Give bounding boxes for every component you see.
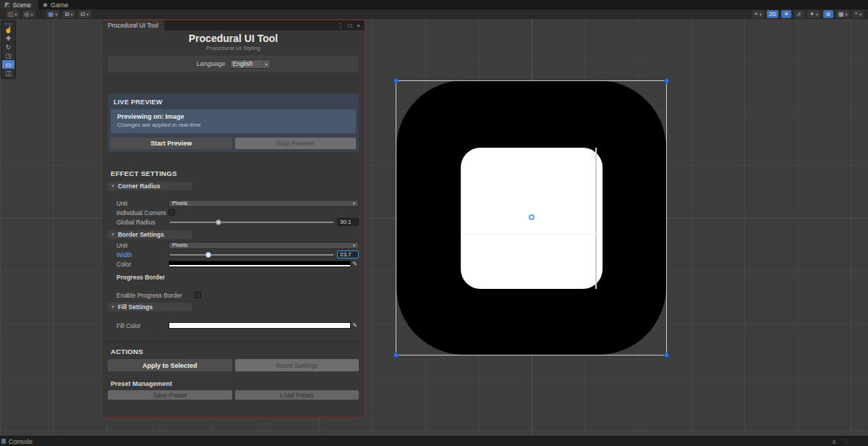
chevron-down-icon: ▾: [816, 12, 818, 17]
panel-tab[interactable]: Procedural UI Tool: [102, 20, 164, 30]
selection-handle-top-right[interactable]: [664, 78, 669, 83]
enable-progress-border-checkbox[interactable]: [195, 292, 201, 298]
apply-to-selected-button[interactable]: Apply to Selected: [108, 359, 232, 371]
stop-preview-button[interactable]: Stop Preview: [235, 138, 357, 149]
rotate-tool-button[interactable]: ↻: [2, 43, 14, 51]
rotate-icon: ↻: [6, 43, 12, 51]
fill-color-row: Fill Color ✎: [116, 321, 359, 329]
foldout-triangle-icon: ▼: [111, 184, 115, 188]
lighting-toggle-button[interactable]: ☀: [781, 10, 791, 18]
scene-toolbar-left: ◱ ▾ ◎ ▾ ▦ ▾ ⊞ ▾ ⊟ ▾: [0, 10, 91, 18]
snap-settings-icon: ⊞: [64, 11, 69, 17]
progress-border-label: Progress Border: [116, 274, 365, 281]
gizmos-icon: ⌖: [854, 10, 858, 17]
border-color-label: Color: [116, 261, 169, 268]
scale-tool-button[interactable]: ◳: [2, 51, 14, 60]
shading-mode-icon: ◓: [754, 11, 758, 17]
reset-settings-button[interactable]: Reset Settings: [235, 359, 359, 371]
border-width-slider[interactable]: [169, 251, 335, 258]
border-color-swatch[interactable]: [169, 261, 351, 267]
snap-increment-button[interactable]: ⊟ ▾: [78, 10, 91, 18]
status-bar: Console a ⋮: [0, 436, 868, 446]
actions-header: ACTIONS: [111, 348, 365, 355]
live-preview-infobox: Previewing on: Image Changes are applied…: [111, 109, 356, 133]
selection-handle-bottom-right[interactable]: [664, 353, 669, 358]
page-subtitle: Procedural UI Styling: [102, 45, 365, 51]
eyedropper-icon[interactable]: ✎: [351, 322, 359, 329]
tool-handle-position-button[interactable]: ◱ ▾: [6, 10, 20, 18]
panel-window-controls: ⋮ □ ×: [337, 20, 365, 30]
shading-mode-button[interactable]: ◓ ▾: [752, 10, 764, 18]
grid-center-vline-top: [532, 19, 532, 80]
global-radius-value-field[interactable]: 30.1: [337, 218, 359, 226]
transform-tool-button[interactable]: ◫: [2, 69, 14, 77]
snap-increment-icon: ⊟: [80, 11, 85, 17]
effects-icon: ✦: [809, 11, 814, 17]
corner-radius-foldout[interactable]: ▼ Corner Radius: [108, 182, 192, 190]
slider-knob[interactable]: [205, 252, 211, 258]
close-icon[interactable]: ×: [357, 22, 360, 29]
2d-toggle-button[interactable]: 2D: [767, 10, 778, 18]
move-tool-button[interactable]: ✚: [2, 34, 14, 43]
grid-snapping-button[interactable]: ▦ ▾: [46, 10, 60, 18]
selection-handle-bottom-left[interactable]: [393, 353, 399, 358]
border-width-value-field[interactable]: 23.7: [337, 251, 359, 258]
unit-dropdown[interactable]: Pixels ▾: [169, 200, 359, 207]
global-radius-slider[interactable]: [169, 218, 335, 226]
chevron-down-icon: ▾: [353, 201, 355, 206]
selection-handle-top-left[interactable]: [393, 78, 399, 83]
slider-track: [170, 222, 333, 223]
audio-toggle-button[interactable]: ♬: [794, 10, 804, 18]
slider-knob[interactable]: [216, 219, 221, 225]
eyedropper-icon[interactable]: ✎: [351, 261, 359, 267]
status-bar-right: a ⋮: [833, 438, 868, 445]
effect-settings-header: EFFECT SETTINGS: [111, 169, 365, 177]
tool-handle-rotation-button[interactable]: ◎ ▾: [22, 10, 35, 18]
language-dropdown[interactable]: English ▾: [230, 59, 271, 69]
audio-icon: ♬: [796, 11, 802, 17]
console-tab[interactable]: Console: [9, 438, 33, 445]
chevron-down-icon: ▾: [263, 62, 268, 67]
chevron-down-icon: ▾: [353, 243, 355, 248]
border-unit-dropdown[interactable]: Pixels ▾: [169, 242, 359, 249]
hand-icon: ☝: [4, 26, 12, 33]
effects-toggle-button[interactable]: ✦ ▾: [807, 10, 820, 18]
fill-settings-foldout[interactable]: ▼ Fill Settings: [108, 303, 192, 311]
game-icon: ◉: [43, 1, 48, 8]
individual-corners-checkbox[interactable]: [169, 209, 175, 216]
fill-color-swatch[interactable]: [169, 322, 351, 329]
maximize-icon[interactable]: □: [348, 22, 352, 29]
rect-tool-button[interactable]: ▭: [2, 60, 14, 69]
unit-row: Unit Pixels ▾: [116, 199, 359, 207]
unit-value: Pixels: [172, 200, 187, 206]
chevron-down-icon: ▾: [55, 12, 57, 17]
corner-radius-rows: Unit Pixels ▾ Individual Corners Global …: [102, 199, 365, 226]
transform-icon: ◫: [5, 70, 12, 77]
scene-toolbar: ◱ ▾ ◎ ▾ ▦ ▾ ⊞ ▾ ⊟ ▾ ◓ ▾: [0, 9, 868, 19]
save-preset-button[interactable]: Save Preset: [108, 390, 232, 400]
hidden-objects-toggle-button[interactable]: ⊘: [823, 10, 833, 18]
selection-pivot[interactable]: [529, 214, 535, 220]
gizmos-button[interactable]: ⌖ ▾: [852, 10, 864, 18]
kebab-menu-icon[interactable]: ⋮: [337, 22, 343, 29]
individual-corners-label: Individual Corners: [116, 209, 169, 216]
load-preset-button[interactable]: Load Preset: [235, 390, 359, 400]
global-radius-label: Global Radius: [116, 219, 169, 226]
lightbulb-icon: ☀: [784, 11, 789, 17]
start-preview-button[interactable]: Start Preview: [111, 138, 232, 149]
snap-settings-button[interactable]: ⊞ ▾: [62, 10, 75, 18]
toolbar-separator: [41, 10, 41, 17]
tab-scene[interactable]: ◩ Scene: [0, 0, 38, 9]
fill-settings-title: Fill Settings: [118, 303, 153, 311]
editor-tabbar: ◩ Scene ◉ Game: [0, 0, 868, 9]
foldout-triangle-icon: ▼: [111, 305, 115, 309]
live-preview-header: LIVE PREVIEW: [111, 96, 356, 109]
grid-visibility-button[interactable]: ▦ ▾: [836, 10, 850, 18]
scene-toolbar-right: ◓ ▾ 2D ☀ ♬ ✦ ▾ ⊘ ▦ ▾ ⌖: [752, 10, 868, 18]
hand-tool-button[interactable]: ☝: [2, 25, 14, 34]
preset-buttons: Save Preset Load Preset: [108, 390, 359, 400]
tool-handle-position-icon: ◱: [8, 11, 14, 17]
border-settings-foldout[interactable]: ▼ Border Settings: [108, 230, 192, 239]
status-kebab-icon[interactable]: ⋮: [843, 438, 850, 445]
tab-game[interactable]: ◉ Game: [38, 0, 76, 9]
